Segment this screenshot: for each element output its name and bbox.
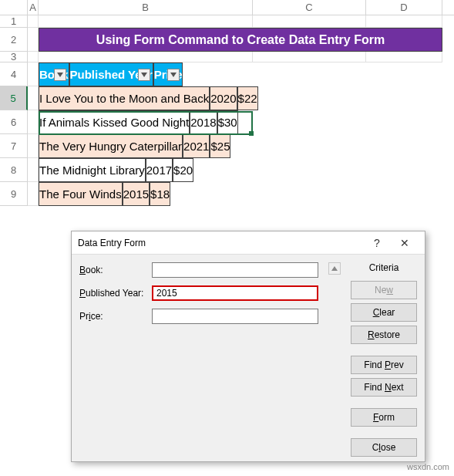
row-header-6[interactable]: 6: [0, 110, 28, 134]
form-button[interactable]: Form: [351, 408, 417, 427]
watermark: wsxdn.com: [407, 462, 449, 471]
label-book: Book:: [79, 265, 147, 275]
row-header-2[interactable]: 2: [0, 28, 28, 52]
data-entry-form-dialog: Data Entry Form ? ✕ Book: Published Year…: [71, 231, 425, 462]
row-header-7[interactable]: 7: [0, 134, 28, 158]
cell-price-2[interactable]: $25: [210, 134, 230, 158]
cell-book-1[interactable]: If Animals Kissed Good Night: [39, 110, 190, 134]
dialog-scrollbar: [328, 262, 341, 461]
cell-book-3[interactable]: The Midnight Library: [39, 158, 146, 182]
select-all-corner[interactable]: [0, 0, 28, 15]
page-title: Using Form Command to Create Data Entry …: [39, 28, 442, 52]
find-next-button[interactable]: Find Next: [351, 378, 417, 397]
th-book: Book: [39, 62, 69, 86]
input-price[interactable]: [152, 309, 318, 324]
cell-year-3[interactable]: 2017: [146, 158, 173, 182]
cell-price-3[interactable]: $20: [173, 158, 193, 182]
dialog-buttons: Criteria New Clear Restore Find Prev Fin…: [351, 262, 417, 461]
col-header-b[interactable]: B: [39, 0, 253, 15]
restore-button[interactable]: Restore: [351, 326, 417, 344]
cell-book-2[interactable]: The Very Hungry Caterpillar: [39, 134, 183, 158]
clear-button[interactable]: Clear: [351, 303, 417, 322]
close-button[interactable]: Close: [351, 438, 417, 457]
cell-year-2[interactable]: 2021: [183, 134, 210, 158]
new-button: New: [351, 281, 417, 299]
cell-price-1[interactable]: $30: [217, 110, 238, 134]
scroll-up-button[interactable]: [328, 262, 341, 275]
cell-year-4[interactable]: 2015: [123, 182, 150, 206]
th-price: Price: [153, 62, 183, 86]
input-published-year[interactable]: [152, 285, 318, 301]
input-book[interactable]: [152, 262, 318, 278]
cell-price-4[interactable]: $18: [150, 182, 170, 206]
row-header-8[interactable]: 8: [0, 158, 28, 182]
cell-book-4[interactable]: The Four Winds: [39, 182, 123, 206]
col-header-c[interactable]: C: [253, 0, 366, 15]
dialog-title-text: Data Entry Form: [78, 238, 363, 248]
row-header-9[interactable]: 9: [0, 182, 28, 206]
scroll-track[interactable]: [328, 275, 341, 461]
row-header-3[interactable]: 3: [0, 52, 28, 62]
column-headers: A B C D: [0, 0, 454, 15]
dialog-titlebar[interactable]: Data Entry Form ? ✕: [72, 231, 425, 255]
grid-rows: 1 2 Using Form Command to Create Data En…: [0, 15, 454, 206]
cell-book-0[interactable]: I Love You to the Moon and Back: [39, 86, 210, 110]
cell-price-0[interactable]: $22: [237, 86, 258, 110]
row-header-1[interactable]: 1: [0, 15, 28, 28]
row-header-5[interactable]: 5: [0, 86, 28, 110]
cell-year-0[interactable]: 2020: [210, 86, 237, 110]
find-prev-button[interactable]: Find Prev: [351, 356, 417, 374]
filter-price-button[interactable]: [167, 69, 180, 81]
filter-year-button[interactable]: [138, 69, 150, 81]
criteria-label: Criteria: [351, 262, 417, 275]
th-year: Published Year: [69, 62, 153, 86]
col-header-a[interactable]: A: [28, 0, 39, 15]
cell-year-1[interactable]: 2018: [190, 110, 217, 134]
filter-book-button[interactable]: [54, 69, 66, 81]
col-header-d[interactable]: D: [366, 0, 442, 15]
label-year: Published Year:: [79, 288, 147, 299]
dialog-fields: Book: Published Year: Price:: [79, 262, 318, 461]
label-price: Price:: [79, 311, 147, 322]
dialog-close-button[interactable]: ✕: [391, 232, 419, 254]
dialog-help-button[interactable]: ?: [363, 232, 391, 254]
row-header-4[interactable]: 4: [0, 62, 28, 86]
